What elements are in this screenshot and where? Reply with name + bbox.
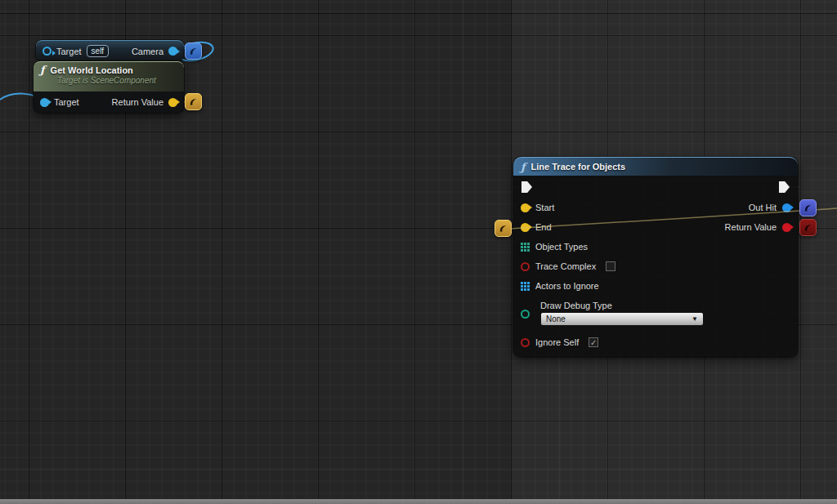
jump-to-connection-button-return-value[interactable] xyxy=(185,93,202,110)
jump-to-connection-button-end[interactable] xyxy=(495,220,512,237)
jump-to-connection-button-out-hit[interactable] xyxy=(799,199,817,216)
blueprint-graph-canvas[interactable]: Target self Camera ƒ Get World Location … xyxy=(0,0,837,504)
curved-arrow-icon xyxy=(802,202,814,214)
wire-vector-end[interactable] xyxy=(496,208,837,230)
jump-to-connection-button-return-bool[interactable] xyxy=(799,219,817,236)
jump-to-connection-button-camera[interactable] xyxy=(185,42,202,60)
wire-layer-over xyxy=(0,0,837,504)
curved-arrow-icon xyxy=(187,45,199,57)
curved-arrow-icon xyxy=(187,96,199,108)
curved-arrow-icon xyxy=(802,221,814,234)
curved-arrow-icon xyxy=(497,222,509,234)
